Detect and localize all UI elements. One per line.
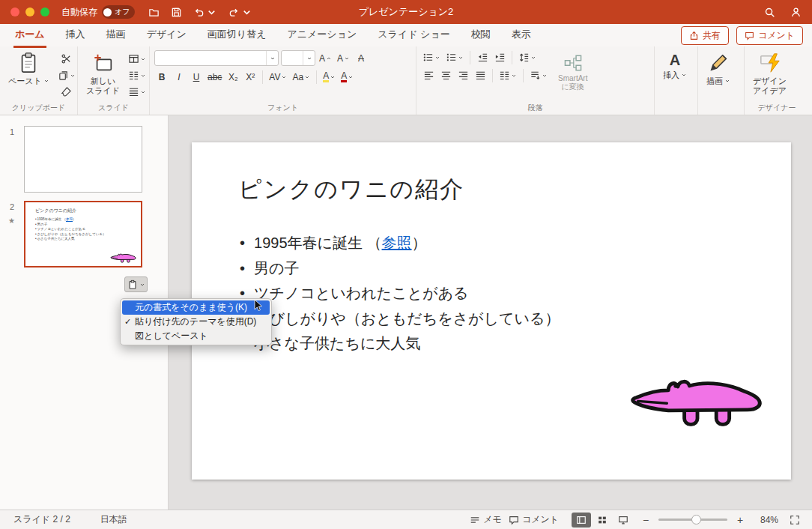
font-name-value — [155, 51, 266, 65]
shrink-font-button[interactable]: A — [336, 51, 351, 65]
slide-title-text[interactable]: ピンクのワニの紹介 — [238, 174, 464, 205]
tab-draw[interactable]: 描画 — [105, 22, 127, 48]
chevron-down-icon — [542, 73, 548, 79]
maximize-window-button[interactable] — [40, 7, 49, 16]
superscript-button[interactable]: X² — [243, 70, 258, 84]
convert-to-smartart-button[interactable]: SmartArtに変換 — [558, 50, 587, 91]
smartart-label-1: SmartArt — [558, 74, 587, 82]
tab-transitions[interactable]: 画面切り替え — [206, 22, 268, 48]
redo-button[interactable] — [228, 7, 252, 18]
slide-thumbnail-1[interactable] — [24, 126, 142, 193]
save-button[interactable] — [171, 7, 182, 18]
minimize-window-button[interactable] — [25, 7, 34, 16]
bullet-list-icon — [422, 52, 434, 63]
underline-button[interactable]: U — [189, 70, 204, 84]
slide-sorter-view-button[interactable] — [593, 513, 612, 528]
close-window-button[interactable] — [10, 7, 19, 16]
brush-icon — [61, 86, 72, 97]
menu-item-use-destination-theme[interactable]: ✓貼り付け先のテーマを使用(D) — [121, 315, 271, 329]
chevron-down-icon — [458, 55, 464, 61]
paste-button[interactable]: ペースト — [4, 50, 53, 87]
search-button[interactable] — [764, 7, 775, 18]
increase-indent-button[interactable] — [492, 50, 507, 64]
clear-formatting-button[interactable]: A — [354, 51, 369, 65]
subscript-button[interactable]: X₂ — [225, 70, 240, 84]
thumb-hyperlink: 参照 — [66, 217, 73, 221]
decrease-indent-button[interactable] — [475, 50, 490, 64]
tab-home[interactable]: ホーム — [13, 22, 46, 48]
draw-button[interactable]: 描画 — [703, 50, 734, 87]
menu-item-paste-as-picture[interactable]: 図としてペースト — [121, 329, 271, 343]
font-name-dropdown[interactable] — [266, 51, 278, 65]
copy-button[interactable] — [56, 68, 77, 82]
design-ideas-button[interactable]: デザインアイデア — [749, 50, 790, 97]
justify-button[interactable] — [473, 68, 488, 82]
section-button[interactable] — [127, 85, 148, 99]
tab-slideshow[interactable]: スライド ショー — [376, 22, 451, 48]
cut-button[interactable] — [56, 52, 77, 66]
tab-review[interactable]: 校閲 — [470, 22, 492, 48]
group-insert-shortcut: A 挿入 — [655, 46, 698, 115]
copy-icon — [58, 70, 69, 81]
reset-slide-button[interactable] — [127, 68, 148, 82]
zoom-slider-knob[interactable] — [691, 515, 701, 525]
font-color-button[interactable]: A — [339, 70, 355, 84]
character-spacing-button[interactable]: AV — [267, 70, 288, 84]
hyperlink-sansho[interactable]: 参照 — [382, 235, 412, 251]
new-slide-button[interactable]: 新しいスライド — [82, 50, 124, 97]
insert-text-button[interactable]: A 挿入 — [659, 50, 691, 81]
menu-item-keep-source-formatting[interactable]: 元の書式をそのまま使う(K) — [122, 300, 270, 315]
line-spacing-button[interactable] — [517, 50, 538, 64]
columns-button[interactable] — [497, 68, 518, 82]
zoom-in-button[interactable]: + — [734, 514, 746, 526]
slide-canvas[interactable]: ピンクのワニの紹介 •1995年春に誕生 （参照） •男の子 •ツチノコといわれ… — [192, 142, 791, 480]
font-size-combo[interactable] — [281, 50, 315, 66]
group-font: A A A B I U abc X₂ X² AV Aa A A — [150, 46, 416, 115]
font-size-dropdown[interactable] — [303, 51, 315, 65]
strikethrough-label: abc — [207, 72, 222, 82]
slide-body-text[interactable]: •1995年春に誕生 （参照） •男の子 •ツチノコといわれたことがある •さび… — [240, 231, 560, 357]
align-center-button[interactable] — [438, 68, 453, 82]
normal-view-button[interactable] — [572, 513, 591, 528]
grow-font-button[interactable]: A — [318, 51, 333, 65]
undo-button[interactable] — [193, 7, 217, 18]
align-right-button[interactable] — [455, 68, 470, 82]
slideshow-button[interactable] — [613, 513, 633, 528]
zoom-level[interactable]: 84% — [753, 515, 778, 525]
paste-options-button[interactable] — [124, 276, 148, 292]
bullets-button[interactable] — [421, 50, 442, 64]
notes-button[interactable]: メモ — [470, 513, 502, 526]
language-button[interactable]: 日本語 — [100, 513, 127, 526]
zoom-out-button[interactable]: − — [640, 514, 652, 526]
italic-button[interactable]: I — [172, 70, 187, 84]
text-direction-button[interactable] — [528, 68, 549, 82]
layout-icon — [128, 70, 139, 81]
fit-to-window-button[interactable] — [785, 513, 805, 528]
format-painter-button[interactable] — [56, 85, 77, 99]
change-case-button[interactable]: Aa — [291, 70, 312, 84]
font-name-combo[interactable] — [154, 50, 279, 66]
open-folder-button[interactable] — [148, 7, 160, 18]
chevron-down-icon — [43, 78, 49, 84]
slide-thumbnail-2[interactable]: ピンクのワニの紹介 •1995年春に誕生 （参照） •男の子 •ツチノコといわれ… — [24, 201, 142, 267]
align-left-button[interactable] — [421, 68, 436, 82]
comments-button[interactable]: コメント — [736, 26, 803, 45]
separator — [262, 70, 263, 84]
account-button[interactable] — [790, 7, 802, 18]
comments-pane-button[interactable]: コメント — [509, 513, 559, 526]
numbering-button[interactable] — [444, 50, 465, 64]
tab-design[interactable]: デザイン — [145, 22, 188, 48]
slide-layout-button[interactable] — [127, 52, 148, 66]
zoom-slider[interactable] — [658, 519, 727, 521]
crocodile-image[interactable] — [629, 363, 767, 432]
bold-button[interactable]: B — [154, 70, 169, 84]
tab-insert[interactable]: 挿入 — [64, 22, 87, 48]
share-button[interactable]: 共有 — [681, 26, 729, 45]
autosave-switch[interactable]: オフ — [102, 5, 135, 19]
autosave-toggle[interactable]: 自動保存 オフ — [61, 5, 135, 19]
text-highlight-button[interactable]: A — [321, 70, 337, 84]
tab-view[interactable]: 表示 — [510, 22, 533, 48]
tab-animations[interactable]: アニメーション — [285, 22, 358, 48]
strikethrough-button[interactable]: abc — [206, 70, 223, 84]
separator — [523, 69, 524, 82]
